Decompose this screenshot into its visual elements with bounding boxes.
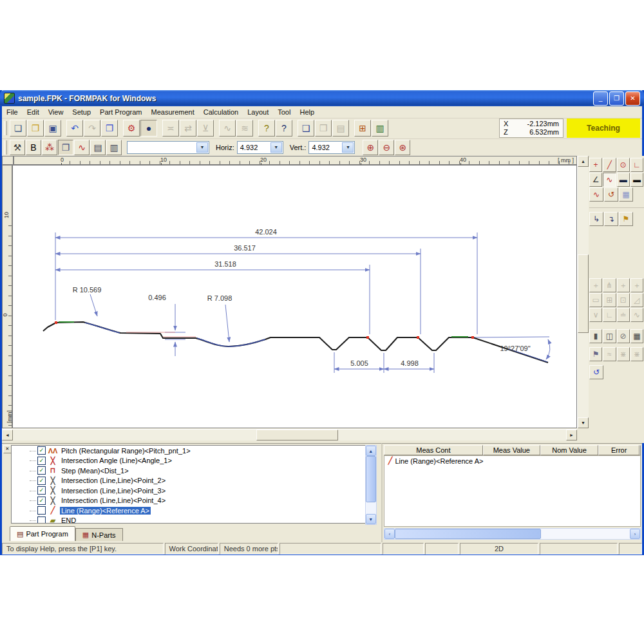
checkbox-checked-icon[interactable]: ✓ [37, 457, 46, 465]
undo-rotate-icon[interactable]: ↺ [589, 365, 603, 379]
tree-item-label[interactable]: Intersection (Line,Line)<Point_3> [60, 487, 167, 495]
zoom-out-icon[interactable]: ⊖ [379, 140, 394, 155]
report-icon[interactable]: ❑ [298, 120, 314, 137]
close-button[interactable]: ✕ [625, 91, 640, 106]
measurement-scrollbar[interactable]: ‹ › [384, 528, 641, 540]
flag-tool-icon[interactable]: ⚑ [619, 212, 633, 226]
column-header[interactable]: Meas Cont [384, 445, 483, 455]
title-bar[interactable]: sample.FPK - FORMPAK for Windows _ ❐ ✕ [0, 90, 644, 106]
column-header[interactable]: Meas Value [483, 445, 540, 455]
chevron-down-icon[interactable]: ▼ [342, 142, 354, 153]
copy-icon[interactable]: ❐ [101, 120, 118, 137]
checkbox-checked-icon[interactable]: ✓ [37, 497, 46, 505]
flag2-icon[interactable]: ⚑ [589, 347, 602, 361]
checkbox-icon[interactable] [37, 516, 46, 524]
dense-view-icon[interactable]: ▦ [630, 329, 643, 343]
meas-scroll-right-icon[interactable]: › [630, 529, 640, 539]
horiz-combo[interactable]: 4.932▼ [237, 141, 283, 154]
minimize-button[interactable]: _ [593, 91, 608, 106]
corner-tool-icon[interactable]: ∟ [630, 158, 643, 172]
tree-item[interactable]: ✓ΛΛPitch (Rectangular Range)<Pitch_pnt_1… [37, 446, 366, 456]
tree-item-label[interactable]: Step (Mean)<Dist_1> [60, 467, 130, 475]
checkbox-icon[interactable] [37, 506, 46, 515]
restore-button[interactable]: ❐ [609, 91, 624, 106]
tree-item-label[interactable]: Line (Range)<Reference A> [60, 507, 151, 515]
new-file-icon[interactable]: ❏ [10, 120, 26, 137]
menu-part-program[interactable]: Part Program [95, 107, 146, 117]
horizontal-scroll-thumb[interactable] [256, 430, 338, 440]
tab-n-parts[interactable]: ▦N-Parts [75, 528, 123, 541]
menu-layout[interactable]: Layout [243, 107, 273, 117]
zoom-in-icon[interactable]: ⊕ [363, 140, 378, 155]
stamp-icon[interactable]: ⚒ [10, 140, 25, 155]
point-tool-icon[interactable]: + [589, 158, 602, 172]
meas-scroll-thumb[interactable] [395, 529, 541, 539]
checkbox-checked-icon[interactable]: ✓ [37, 446, 46, 455]
bold-icon[interactable]: B [26, 140, 41, 155]
menu-help[interactable]: Help [295, 107, 319, 117]
no-view-icon[interactable]: ⊘ [617, 329, 630, 343]
tree-item-label[interactable]: Intersection (Line,Line)<Point_2> [60, 477, 167, 484]
tree-item[interactable]: ✓╳Intersection (Line,Line)<Point_2> [37, 476, 366, 486]
feature-combo[interactable]: ▼ [127, 141, 209, 154]
tree-item-label[interactable]: END [60, 516, 77, 524]
tree-scrollbar[interactable]: ▲ ▼ [365, 445, 377, 525]
toolbar-grip[interactable] [4, 140, 7, 155]
tree-scroll-up-icon[interactable]: ▲ [366, 446, 376, 456]
table-row[interactable]: ╱Line (Range)<Reference A> [384, 456, 640, 466]
circle-tool-icon[interactable]: ⊙ [617, 158, 630, 172]
tab-part-program[interactable]: ▤Part Program [10, 526, 75, 541]
move-point-tool-icon[interactable]: ↳ [589, 212, 603, 226]
monitor-pointer-icon[interactable]: ▥ [106, 140, 122, 155]
layout-tile-icon[interactable]: ⊞ [354, 120, 371, 137]
menu-tool[interactable]: Tool [273, 107, 295, 117]
wave-tool-icon[interactable]: ∿ [589, 187, 603, 202]
canvas-vertical-scrollbar[interactable]: ▲ ▼ [577, 156, 589, 428]
open-file-icon[interactable]: ❐ [27, 120, 44, 137]
wave-view-icon[interactable]: ∿ [74, 140, 90, 155]
tree-item-label[interactable]: Pitch (Rectangular Range)<Pitch_pnt_1> [60, 447, 192, 455]
save-icon[interactable]: ▣ [44, 120, 61, 137]
probe-icon[interactable]: ● [140, 120, 157, 137]
checkbox-checked-icon[interactable]: ✓ [37, 486, 46, 495]
scroll-left-icon[interactable]: ◄ [2, 430, 13, 440]
tree-item[interactable]: ╱Line (Range)<Reference A> [37, 506, 366, 516]
tree-item[interactable]: ✓╳Intersection (Line,Line)<Point_3> [37, 486, 366, 496]
tree-scroll-thumb[interactable] [366, 456, 376, 502]
help-icon[interactable]: ? [258, 120, 275, 137]
tree-item[interactable]: ✓⊓Step (Mean)<Dist_1> [37, 466, 366, 476]
grid-tool-icon[interactable]: ▦ [619, 187, 633, 202]
scroll-right-icon[interactable]: ► [566, 430, 577, 440]
menu-view[interactable]: View [44, 107, 68, 117]
drop-point-tool-icon[interactable]: ↴ [604, 212, 618, 226]
scroll-up-icon[interactable]: ▲ [578, 156, 589, 167]
tree-scroll-down-icon[interactable]: ▼ [366, 514, 376, 524]
machine-setup-icon[interactable]: ⚙ [123, 120, 140, 137]
menu-file[interactable]: File [2, 107, 23, 117]
chevron-down-icon[interactable]: ▼ [196, 142, 208, 153]
canvas-horizontal-scrollbar[interactable]: ◄ ► [2, 429, 577, 440]
undo-icon[interactable]: ↶ [66, 120, 83, 137]
context-help-icon[interactable]: ? [276, 120, 292, 137]
menu-setup[interactable]: Setup [68, 107, 95, 117]
tree-item[interactable]: ✓╳Intersection Angle (Line)<Angle_1> [37, 456, 366, 466]
scroll-down-icon[interactable]: ▼ [578, 417, 589, 428]
checkbox-checked-icon[interactable]: ✓ [37, 466, 46, 475]
split-view-icon[interactable]: ◫ [603, 329, 616, 343]
drawing-canvas[interactable]: 42.024 36.517 31.518 R 10.569 0.496 R 7.… [12, 165, 577, 428]
part-mark-icon[interactable]: ⁂ [42, 140, 57, 155]
column-header[interactable] [639, 445, 641, 455]
measure-list-icon[interactable]: ▥ [372, 120, 388, 137]
tree-item[interactable]: ✓╳Intersection (Line,Line)<Point_4> [37, 496, 366, 506]
monitor-icon[interactable]: ▤ [90, 140, 106, 155]
column-header[interactable]: Error [598, 445, 639, 455]
vert-combo[interactable]: 4.932▼ [308, 141, 355, 154]
angle-tool-icon[interactable]: ∠ [589, 173, 602, 187]
bar-view-icon[interactable]: ▮ [589, 329, 602, 343]
tree-item[interactable]: ▰END [37, 516, 366, 524]
solid-box-tool-icon[interactable]: ▬ [617, 173, 630, 187]
column-header[interactable]: Nom Value [540, 445, 599, 455]
tree-item-label[interactable]: Intersection (Line,Line)<Point_4> [60, 497, 167, 504]
menu-edit[interactable]: Edit [23, 107, 44, 117]
menu-measurement[interactable]: Measurement [147, 107, 199, 117]
